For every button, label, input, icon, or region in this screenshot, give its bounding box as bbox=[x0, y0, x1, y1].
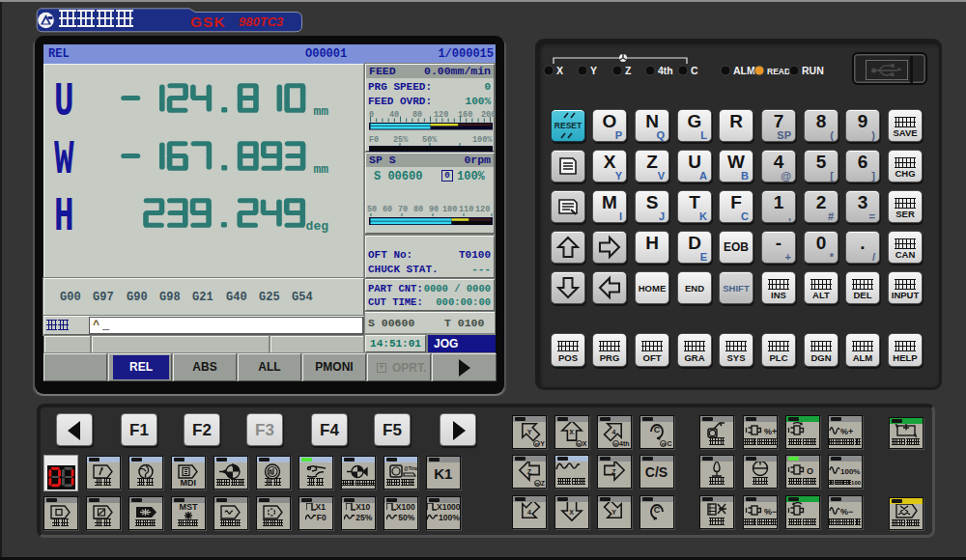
svg-text:4th: 4th bbox=[658, 65, 673, 76]
svg-text:@Trial: @Trial bbox=[404, 465, 418, 471]
svg-text:%−: %− bbox=[764, 506, 777, 516]
svg-text:Z: Z bbox=[625, 65, 632, 76]
svg-text:120: 120 bbox=[475, 205, 490, 214]
svg-text:C: C bbox=[653, 425, 660, 434]
svg-text:110: 110 bbox=[459, 205, 473, 214]
svg-text:F0: F0 bbox=[369, 135, 379, 145]
svg-text:O: O bbox=[807, 466, 813, 476]
svg-text:50: 50 bbox=[367, 205, 377, 214]
svg-text:RUN: RUN bbox=[802, 65, 824, 76]
svg-text:ALM: ALM bbox=[733, 65, 755, 76]
svg-text:%+: %+ bbox=[764, 426, 777, 435]
svg-text:60: 60 bbox=[383, 205, 392, 214]
svg-text:X: X bbox=[556, 65, 563, 76]
svg-text:RESET: RESET bbox=[554, 121, 582, 130]
svg-text:70: 70 bbox=[398, 205, 408, 214]
svg-text:980TC3: 980TC3 bbox=[239, 14, 284, 29]
svg-text:90: 90 bbox=[429, 205, 439, 214]
svg-text:100%: 100% bbox=[840, 467, 860, 476]
svg-text:100: 100 bbox=[442, 205, 457, 214]
svg-text:%−: %− bbox=[840, 506, 853, 516]
svg-text:0: 0 bbox=[369, 110, 374, 120]
svg-text:100%: 100% bbox=[472, 135, 493, 145]
svg-text:C: C bbox=[653, 505, 660, 515]
svg-text:200: 200 bbox=[481, 110, 496, 120]
svg-text:80: 80 bbox=[413, 205, 423, 214]
svg-text:25%: 25% bbox=[393, 135, 409, 145]
svg-text:MST: MST bbox=[179, 502, 198, 512]
svg-text:Y: Y bbox=[590, 65, 597, 76]
svg-text:C: C bbox=[691, 65, 698, 76]
svg-text:80: 80 bbox=[412, 110, 422, 120]
svg-text:%+: %+ bbox=[840, 426, 853, 435]
svg-text:GSK: GSK bbox=[190, 14, 226, 30]
